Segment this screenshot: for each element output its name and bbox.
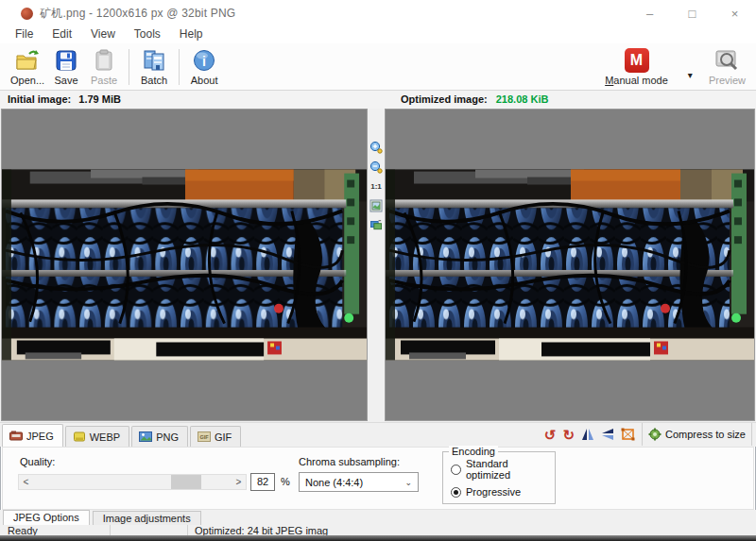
image-info-row: Initial image: 1.79 MiB Optimized image:… <box>0 91 756 109</box>
image-action-toolbar: ↺ ↻ Compress to size <box>544 422 756 447</box>
preview-button[interactable]: Preview <box>706 45 748 89</box>
tab-jpeg-options[interactable]: JPEG Options <box>3 510 90 525</box>
tab-webp[interactable]: WEBP <box>65 426 129 447</box>
minimize-button[interactable]: – <box>628 0 671 26</box>
save-label: Save <box>55 75 78 86</box>
png-tab-icon <box>139 431 152 442</box>
initial-image-size: 1.79 MiB <box>78 93 121 105</box>
svg-text:GIF: GIF <box>199 434 209 440</box>
slider-left-arrow[interactable]: < <box>19 477 33 487</box>
tab-png-label: PNG <box>156 431 179 443</box>
encoding-progressive-label: Progressive <box>466 486 521 498</box>
manual-mode-button[interactable]: M Manual mode <box>602 45 671 89</box>
slider-right-arrow[interactable]: > <box>232 477 246 487</box>
viewer-tool-strip: 1:1 <box>368 109 385 421</box>
radio-standard-icon <box>451 465 461 475</box>
zoom-in-icon[interactable] <box>369 141 383 154</box>
toolbar-separator <box>129 49 129 85</box>
maximize-button[interactable]: □ <box>671 0 713 26</box>
optimized-image-size: 218.08 KiB <box>496 93 549 105</box>
encoding-standard-label: Standard optimized <box>466 458 555 481</box>
initial-image-info: Initial image: 1.79 MiB <box>8 93 121 105</box>
about-info-icon: i <box>193 48 215 73</box>
initial-image-panel[interactable] <box>1 109 368 421</box>
open-button[interactable]: Open... <box>8 45 47 89</box>
quality-value-input[interactable]: 82 <box>250 473 275 491</box>
save-button[interactable]: Save <box>47 45 85 89</box>
status-separator <box>110 525 111 535</box>
crop-resize-button[interactable] <box>621 428 635 441</box>
menu-file[interactable]: File <box>6 26 43 43</box>
compress-to-size-button[interactable]: Compress to size <box>642 423 752 446</box>
tab-gif[interactable]: GIF GIF <box>190 426 241 447</box>
slider-thumb[interactable] <box>171 475 201 489</box>
slider-track[interactable] <box>33 475 232 489</box>
batch-button[interactable]: Batch <box>135 45 173 89</box>
menu-edit[interactable]: Edit <box>43 26 81 43</box>
encoding-option-standard[interactable]: Standard optimized <box>451 458 555 481</box>
flip-vertical-button[interactable] <box>601 428 614 441</box>
riot-app-window: { "window": { "title": "矿机.png - 1200x61… <box>0 0 756 541</box>
about-button[interactable]: i About <box>185 45 223 89</box>
compress-gear-icon <box>648 428 662 441</box>
fit-image-icon[interactable] <box>369 199 383 212</box>
quality-slider[interactable]: < > <box>18 474 247 490</box>
save-floppy-icon <box>56 48 77 73</box>
paste-label: Paste <box>91 75 117 86</box>
zoom-out-icon[interactable] <box>369 161 383 174</box>
optimized-image-info: Optimized image: 218.08 KiB <box>401 93 548 105</box>
manual-mode-dropdown-arrow[interactable]: ▾ <box>688 53 693 80</box>
encoding-option-progressive[interactable]: Progressive <box>451 486 555 498</box>
window-title: 矿机.png - 1200x616 px @ 32bit PNG <box>40 6 235 22</box>
encoding-group-label: Encoding <box>449 446 498 457</box>
chroma-subsampling-label: Chroma subsampling: <box>299 456 400 467</box>
preview-label: Preview <box>709 75 746 86</box>
quality-unit-label: % <box>281 476 290 487</box>
batch-label: Batch <box>141 75 167 86</box>
paste-button[interactable]: Paste <box>85 45 123 89</box>
manual-mode-icon: M <box>625 48 649 73</box>
toolbar-separator <box>179 49 180 85</box>
menu-help[interactable]: Help <box>170 26 213 43</box>
jpeg-tab-icon <box>9 431 23 441</box>
open-folder-icon <box>15 48 40 73</box>
tab-image-adjustments[interactable]: Image adjustments <box>93 511 201 525</box>
actual-size-button[interactable]: 1:1 <box>370 182 382 191</box>
gif-tab-icon: GIF <box>198 431 211 442</box>
title-bar: 矿机.png - 1200x616 px @ 32bit PNG – □ × <box>0 0 756 26</box>
bottom-tab-row: JPEG Options Image adjustments <box>0 510 756 525</box>
svg-text:i: i <box>202 54 206 69</box>
about-label: About <box>191 75 218 86</box>
compare-views-icon[interactable] <box>369 219 383 230</box>
close-button[interactable]: × <box>713 0 756 26</box>
batch-icon <box>143 48 165 73</box>
open-label: Open... <box>10 75 44 86</box>
manual-mode-label: Manual mode <box>605 75 668 86</box>
menu-view[interactable]: View <box>81 26 125 43</box>
preview-magnifier-icon <box>714 48 739 73</box>
jpeg-options-panel: Quality: < > 82 % Chroma subsampling: No… <box>2 447 754 510</box>
flip-horizontal-button[interactable] <box>581 428 594 441</box>
chevron-down-icon: ⌄ <box>404 478 412 487</box>
status-separator <box>187 525 188 535</box>
rotate-left-button[interactable]: ↺ <box>544 428 557 442</box>
tab-webp-label: WEBP <box>90 431 120 443</box>
optimized-image-label: Optimized image: <box>401 93 488 105</box>
format-tab-row: JPEG WEBP PNG GIF GIF ↺ ↻ <box>0 422 756 447</box>
tab-jpeg-label: JPEG <box>26 431 54 442</box>
tab-png[interactable]: PNG <box>131 426 188 447</box>
chroma-subsampling-select[interactable]: None (4:4:4) ⌄ <box>299 472 419 492</box>
optimized-image-canvas <box>386 110 754 420</box>
rotate-right-button[interactable]: ↻ <box>562 428 575 442</box>
encoding-groupbox: Encoding Standard optimized Progressive <box>442 451 556 504</box>
screen-bottom-edge <box>0 535 756 541</box>
app-icon <box>21 8 33 20</box>
tab-gif-label: GIF <box>215 431 232 443</box>
paste-clipboard-icon <box>94 48 113 73</box>
radio-progressive-icon <box>451 487 461 498</box>
initial-image-label: Initial image: <box>8 93 71 105</box>
menu-tools[interactable]: Tools <box>125 26 170 43</box>
menu-bar: File Edit View Tools Help <box>0 26 756 43</box>
tab-jpeg[interactable]: JPEG <box>2 424 63 447</box>
optimized-image-panel[interactable] <box>385 109 755 421</box>
